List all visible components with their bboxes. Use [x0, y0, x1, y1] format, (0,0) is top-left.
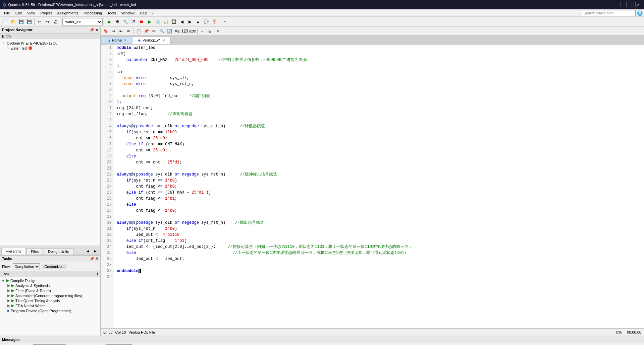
ed-replace-button[interactable]: 🔄: [166, 27, 173, 35]
print-button[interactable]: 🖨: [52, 18, 59, 25]
nav-left-button[interactable]: ◀: [84, 247, 92, 255]
task-eda[interactable]: ▶ ▶ EDA Netlist Writer: [1, 303, 100, 308]
flow-select[interactable]: Compilation: [13, 263, 40, 270]
ed-abc-button[interactable]: abc: [189, 27, 196, 35]
line-num-13: 13: [101, 117, 114, 123]
forward-button[interactable]: ▶: [186, 18, 194, 25]
messages-label: Messages: [2, 338, 20, 342]
task-program-device[interactable]: ◆ Program Device (Open Programmer): [1, 308, 100, 313]
ed-paste-button[interactable]: 📌: [143, 27, 150, 35]
menu-help[interactable]: Help: [137, 10, 150, 16]
tab-home-close[interactable]: ✕: [124, 39, 126, 42]
tasks-pin-icon[interactable]: 📌: [90, 257, 94, 261]
menu-assignments[interactable]: Assignments: [55, 10, 81, 16]
redo-button[interactable]: ↪: [44, 18, 51, 25]
save-button[interactable]: 💾: [17, 18, 25, 25]
global-search-input[interactable]: [582, 10, 636, 16]
line-num-20: 20: [101, 159, 114, 165]
line-num-24: 24: [101, 184, 114, 190]
task-compile-design[interactable]: ▼ ▶ Compile Design: [1, 278, 100, 283]
nav-right-button[interactable]: ▶: [92, 247, 99, 255]
open-file-button[interactable]: 📂: [9, 18, 17, 25]
status-percent: 0%: [616, 330, 622, 334]
nav-close-icon[interactable]: ✕: [95, 28, 98, 32]
menu-view[interactable]: View: [24, 10, 38, 16]
ed-num-button[interactable]: 123: [181, 27, 189, 35]
code-line-38: endmodule|: [117, 268, 641, 274]
code-content[interactable]: module water_led ⊟#( parameter CNT_MAX =…: [114, 45, 644, 328]
code-line-7: input wire sys_rst_n,: [117, 81, 641, 87]
more-button[interactable]: ⋯: [221, 18, 228, 25]
ed-copy-button[interactable]: 📋: [135, 27, 142, 35]
programmer-button[interactable]: 💿: [154, 18, 161, 25]
status-ln: Ln 38: [103, 330, 113, 334]
menu-tools[interactable]: Tools: [105, 10, 119, 16]
customize-button[interactable]: Customize...: [42, 264, 67, 269]
ed-hier-button[interactable]: ⊞: [206, 27, 214, 35]
tasks-close-icon[interactable]: ✕: [95, 257, 98, 261]
signaltap-button[interactable]: 📊: [162, 18, 169, 25]
menu-file[interactable]: File: [1, 10, 13, 16]
project-tree: ⚠ Cyclone IV E: EP4CE10F17C8 ▷ water_led…: [0, 39, 100, 246]
project-item[interactable]: ▷ water_led 🔴: [1, 46, 99, 51]
ed-indent-button[interactable]: ⇥: [110, 27, 117, 35]
tab-files[interactable]: Files: [26, 248, 43, 255]
undo-button[interactable]: ↩: [36, 18, 43, 25]
pin-icon[interactable]: 📌: [90, 28, 94, 32]
line-num-27: 27: [101, 202, 114, 208]
entity-dropdown[interactable]: water_led: [62, 18, 103, 25]
task-timequest-label: TimeQuest Timing Analysis: [15, 299, 60, 303]
ed-cut-button[interactable]: ✂: [150, 27, 158, 35]
ed-jump-button[interactable]: →: [199, 27, 206, 35]
code-line-11: reg [24:0] cnt;: [117, 105, 641, 111]
device-item[interactable]: ⚠ Cyclone IV E: EP4CE10F17C8: [1, 41, 99, 46]
new-file-button[interactable]: 📄: [1, 18, 9, 25]
menu-window[interactable]: Window: [119, 10, 137, 16]
menu-processing[interactable]: Processing: [81, 10, 105, 16]
ed-indent2-button[interactable]: ⇤: [117, 27, 125, 35]
tcl-console-button[interactable]: 💬: [202, 18, 210, 25]
chip-planner-button[interactable]: 🔲: [170, 18, 177, 25]
line-num-17: 17: [101, 141, 114, 147]
stop-button[interactable]: ⏹: [138, 18, 145, 25]
tab-design-units[interactable]: Design Units: [44, 248, 73, 255]
collapse-icon: ▼: [1, 279, 5, 283]
line-num-37: 37: [101, 262, 114, 268]
maximize-button[interactable]: □: [628, 2, 634, 7]
ed-toggle-comment-button[interactable]: ✏: [125, 27, 132, 35]
timing-button[interactable]: ⏱: [130, 18, 137, 25]
save-all-button[interactable]: 💾: [25, 18, 33, 25]
up-button[interactable]: ▲: [194, 18, 202, 25]
toolbar-separator-2: [61, 18, 61, 25]
analyze-button[interactable]: ⚙: [114, 18, 121, 25]
verilog-file-icon: ◆: [138, 38, 141, 43]
ed-prop-button[interactable]: ≡: [214, 27, 221, 35]
expand-icon-4: ▶: [7, 293, 10, 298]
ed-bookmark-button[interactable]: 🔖: [102, 27, 109, 35]
code-line-2: ⊟#(: [117, 51, 641, 57]
code-line-32: led_out <= 4'b1110: [117, 232, 641, 238]
ed-find-button[interactable]: 🔍: [158, 27, 165, 35]
task-fitter[interactable]: ▶ ▶ Fitter (Place & Route): [1, 288, 100, 293]
tab-verilog-close[interactable]: ✕: [162, 39, 165, 42]
ed-format-button[interactable]: Aa: [173, 27, 181, 35]
task-assembler[interactable]: ▶ ▶ Assembler (Generate programming file…: [1, 293, 100, 298]
help-button[interactable]: ❓: [210, 18, 218, 25]
back-button[interactable]: ◀: [178, 18, 185, 25]
tab-home[interactable]: ⌂ Home ✕: [102, 37, 132, 44]
code-line-24: cnt_flag <= 1'b0;: [117, 184, 641, 190]
tab-verilog[interactable]: ◆ Verilog1.v* ✕: [132, 37, 171, 44]
menu-edit[interactable]: Edit: [13, 10, 24, 16]
start-button[interactable]: ▶: [146, 18, 153, 25]
minimize-button[interactable]: −: [621, 2, 627, 7]
close-button[interactable]: ✕: [635, 2, 641, 7]
line-num-32: 32: [101, 232, 114, 238]
toolbar-separator-4: [219, 18, 219, 25]
task-analysis-synthesis[interactable]: ▶ ▶ Analysis & Synthesis: [1, 283, 100, 288]
compile-button[interactable]: ▶: [106, 18, 113, 25]
menu-project[interactable]: Project: [38, 10, 54, 16]
right-panel: 🔖 ⇥ ⇤ ✏ 📋 📌 ✂ 🔍 🔄 Aa 123 abc → ⊞ ≡ ⌂ Hom…: [101, 27, 644, 336]
fitter-button[interactable]: 🔧: [122, 18, 129, 25]
task-timequest[interactable]: ▶ ▶ TimeQuest Timing Analysis: [1, 298, 100, 303]
tab-hierarchy[interactable]: Hierarchy: [1, 248, 26, 255]
